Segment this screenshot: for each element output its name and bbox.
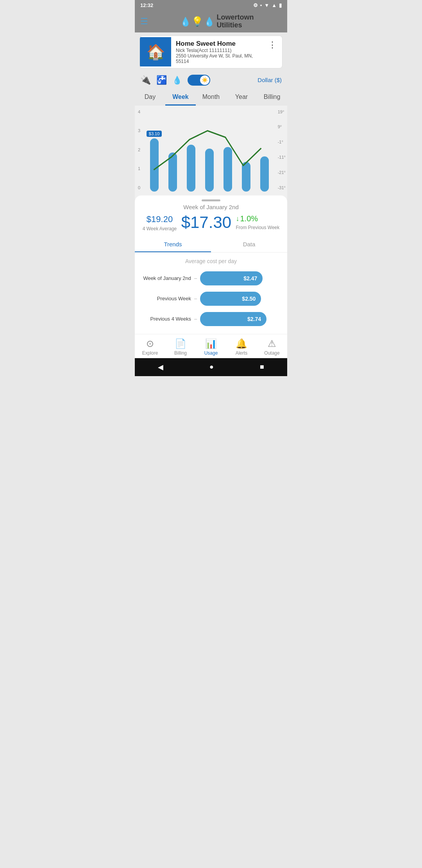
main-stat-block: $17.30 xyxy=(181,214,231,231)
settings-status-icon: ⚙ xyxy=(253,2,258,8)
main-value: $17.30 xyxy=(181,214,231,231)
account-user: Nick Tesla(Acct 11111111) xyxy=(176,48,258,53)
drag-handle xyxy=(202,199,220,201)
cost-row-2: Previous Week – $2.50 xyxy=(135,289,287,309)
recents-button[interactable]: ■ xyxy=(260,363,264,371)
chart-y-axis-right: 19° 9° -1° -11° -21° -31° xyxy=(278,109,286,199)
bottom-sheet: Week of January 2nd $19.20 4 Week Averag… xyxy=(135,195,287,334)
house-icon: 🏠 xyxy=(147,43,165,61)
electric-plug-icon[interactable]: 🔌 xyxy=(140,75,151,85)
account-info: Home Sweet Home Nick Tesla(Acct 11111111… xyxy=(171,36,263,68)
water-drop-icon-2: 💧 xyxy=(204,17,215,27)
avg-value: $19.20 xyxy=(143,214,177,224)
kebab-menu-icon: ⋮ xyxy=(268,40,277,50)
alerts-icon: 🔔 xyxy=(236,338,247,349)
temperature-line-chart xyxy=(146,113,273,192)
nav-alerts-label: Alerts xyxy=(236,350,248,356)
usage-chart: 4 3 2 1 0 19° 9° -1° -11° -21° -31° $3.1… xyxy=(135,106,287,199)
change-label: From Previous Week xyxy=(236,225,279,230)
nav-outage[interactable]: ⚠ Outage xyxy=(257,338,287,356)
cost-row-label-2: Previous Week xyxy=(140,296,191,301)
water-drop-icon-1: 💧 xyxy=(180,17,191,27)
app-header: ☰ 💧 💡 💧 Lowertown Utilities xyxy=(135,11,287,32)
account-menu-button[interactable]: ⋮ xyxy=(263,36,282,54)
nav-explore-label: Explore xyxy=(142,350,158,356)
billing-icon: 📄 xyxy=(175,338,186,349)
stats-row: $19.20 4 Week Average $17.30 ↓ 1.0% From… xyxy=(135,214,287,237)
week-title: Week of January 2nd xyxy=(135,204,287,210)
cost-dash-1: – xyxy=(194,275,197,281)
status-bar: 12:32 ⚙ ▪ ▼ ▲ ▮ xyxy=(135,0,287,11)
tab-month[interactable]: Month xyxy=(196,90,226,106)
account-card: 🏠 Home Sweet Home Nick Tesla(Acct 111111… xyxy=(139,36,283,68)
explore-icon: ⊙ xyxy=(146,338,154,349)
sheet-handle[interactable] xyxy=(135,195,287,204)
cost-dash-3: – xyxy=(194,316,197,322)
cost-row-3: Previous 4 Weeks – $2.74 xyxy=(135,309,287,329)
status-icons: ⚙ ▪ ▼ ▲ ▮ xyxy=(253,2,282,8)
back-button[interactable]: ◀ xyxy=(158,363,163,371)
battery-icon: ▮ xyxy=(279,2,282,8)
controls-row: 🔌 🚰 💧 ☀️ Dollar ($) xyxy=(135,72,287,89)
chart-y-axis-left: 4 3 2 1 0 xyxy=(138,109,140,199)
detail-tabs: Trends Data xyxy=(135,237,287,253)
outage-icon: ⚠ xyxy=(268,338,276,349)
hamburger-icon: ☰ xyxy=(140,16,148,26)
avg-label: 4 Week Average xyxy=(143,226,177,231)
usage-icon: 📊 xyxy=(205,338,217,349)
cost-bar-value-1: $2.47 xyxy=(243,275,257,282)
account-icon-background: 🏠 xyxy=(140,37,171,66)
cost-row-1: Week of January 2nd – $2.47 xyxy=(135,268,287,289)
home-button[interactable]: ● xyxy=(209,363,214,371)
cost-row-label-1: Week of January 2nd xyxy=(140,275,191,281)
status-time: 12:32 xyxy=(140,2,153,8)
tab-year[interactable]: Year xyxy=(226,90,257,106)
lightbulb-icon: 💡 xyxy=(191,16,203,27)
cost-bar-value-3: $2.74 xyxy=(247,316,261,322)
tab-data[interactable]: Data xyxy=(211,237,287,252)
menu-button[interactable]: ☰ xyxy=(140,16,148,27)
time-period-tabs: Day Week Month Year Billing xyxy=(135,89,287,106)
mode-toggle[interactable]: ☀️ xyxy=(188,75,210,86)
down-arrow-icon: ↓ xyxy=(236,215,239,223)
account-name: Home Sweet Home xyxy=(176,40,258,48)
nav-outage-label: Outage xyxy=(264,350,279,356)
signal-icon: ▲ xyxy=(272,2,277,8)
bottom-navigation: ⊙ Explore 📄 Billing 📊 Usage 🔔 Alerts ⚠ O… xyxy=(135,334,287,358)
nav-billing-label: Billing xyxy=(174,350,187,356)
tab-trends[interactable]: Trends xyxy=(135,237,211,252)
memory-icon: ▪ xyxy=(260,2,262,8)
cost-bar-3: $2.74 xyxy=(200,312,266,326)
cost-dash-2: – xyxy=(194,296,197,301)
logo-area: 💧 💡 💧 Lowertown Utilities xyxy=(152,14,282,29)
tab-day[interactable]: Day xyxy=(135,90,165,106)
nav-billing[interactable]: 📄 Billing xyxy=(165,338,196,356)
cost-bar-value-2: $2.50 xyxy=(242,296,256,302)
avg-stat-block: $19.20 4 Week Average xyxy=(143,214,177,231)
nav-usage[interactable]: 📊 Usage xyxy=(196,338,226,356)
change-stat-block: ↓ 1.0% From Previous Week xyxy=(236,214,279,230)
cost-row-label-3: Previous 4 Weeks xyxy=(140,316,191,322)
nav-explore[interactable]: ⊙ Explore xyxy=(135,338,165,356)
account-address: 2550 University Ave W, St. Paul, MN, 551… xyxy=(176,53,258,64)
currency-toggle[interactable]: Dollar ($) xyxy=(257,77,282,83)
toggle-thumb: ☀️ xyxy=(200,75,209,85)
toggle-track: ☀️ xyxy=(188,75,210,86)
nav-usage-label: Usage xyxy=(204,350,218,356)
avg-cost-title: Average cost per day xyxy=(135,253,287,268)
water-tap-icon[interactable]: 🚰 xyxy=(156,75,167,85)
tab-billing[interactable]: Billing xyxy=(257,90,287,106)
logo-icons: 💧 💡 💧 xyxy=(180,16,215,27)
logo-text: Lowertown Utilities xyxy=(217,14,254,29)
wifi-icon: ▼ xyxy=(264,2,269,8)
tab-week[interactable]: Week xyxy=(165,90,196,106)
cost-bar-1: $2.47 xyxy=(200,271,263,285)
change-value: ↓ 1.0% xyxy=(236,214,279,223)
water-drop-icon[interactable]: 💧 xyxy=(172,75,182,85)
cost-bar-2: $2.50 xyxy=(200,292,261,306)
nav-alerts[interactable]: 🔔 Alerts xyxy=(226,338,257,356)
android-nav-bar: ◀ ● ■ xyxy=(135,358,287,376)
